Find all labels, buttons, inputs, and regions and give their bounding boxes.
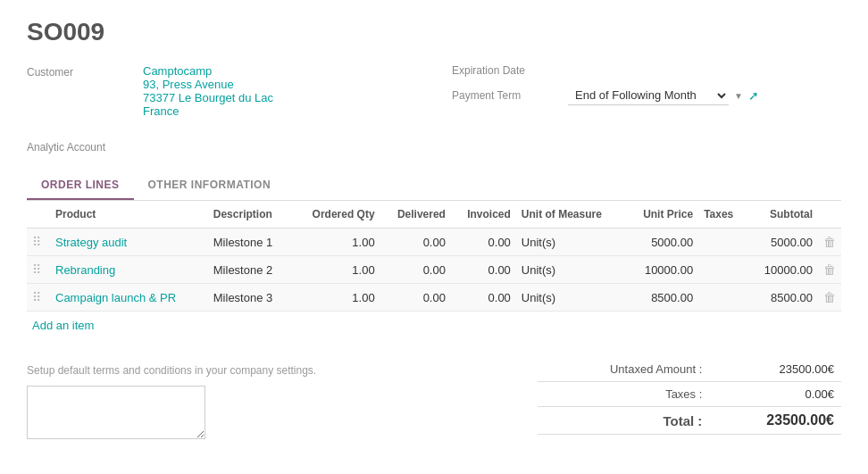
- invoiced-cell: 0.00: [451, 229, 516, 256]
- uom-cell: Unit(s): [516, 284, 626, 312]
- drag-handle-cell: ⠿: [27, 229, 50, 256]
- col-invoiced: Invoiced: [451, 201, 516, 229]
- description-cell: Milestone 1: [208, 229, 292, 256]
- table-row: ⠿ Rebranding Milestone 2 1.00 0.00 0.00 …: [27, 256, 841, 284]
- taxes-value: 0.00€: [709, 382, 841, 407]
- description-cell: Milestone 3: [208, 284, 292, 312]
- delete-row-icon[interactable]: 🗑: [823, 235, 836, 249]
- bottom-section: Setup default terms and conditions in yo…: [27, 357, 841, 442]
- form-section: Customer Camptocamp 93, Press Avenue 733…: [27, 64, 841, 123]
- taxes-cell: [698, 256, 747, 284]
- ordered-qty-cell: 1.00: [292, 256, 380, 284]
- col-drag: [27, 201, 50, 229]
- payment-term-row: Payment Term End of Following Month ▼ ➚: [452, 86, 841, 105]
- add-item-link[interactable]: Add an item: [27, 312, 99, 339]
- col-delivered: Delivered: [380, 201, 451, 229]
- delete-cell: 🗑: [818, 229, 841, 256]
- drag-handle-icon[interactable]: ⠿: [32, 290, 41, 304]
- product-cell: Campaign launch & PR: [50, 284, 208, 312]
- total-value: 23500.00€: [709, 407, 841, 435]
- delete-cell: 🗑: [818, 284, 841, 312]
- payment-term-external-link-icon[interactable]: ➚: [748, 88, 759, 103]
- drag-handle-cell: ⠿: [27, 256, 50, 284]
- invoiced-cell: 0.00: [451, 256, 516, 284]
- total-row: Total : 23500.00€: [538, 407, 841, 435]
- delete-row-icon[interactable]: 🗑: [823, 262, 836, 277]
- uom-cell: Unit(s): [516, 229, 626, 256]
- product-link[interactable]: Campaign launch & PR: [55, 291, 176, 304]
- product-link[interactable]: Rebranding: [55, 263, 115, 277]
- customer-address2[interactable]: 73377 Le Bourget du Lac: [143, 91, 273, 104]
- terms-placeholder-text: Setup default terms and conditions in yo…: [27, 364, 538, 377]
- drag-handle-icon[interactable]: ⠿: [32, 235, 41, 249]
- subtotal-cell: 5000.00: [747, 229, 818, 256]
- col-ordered-qty: Ordered Qty: [292, 201, 380, 229]
- subtotal-cell: 10000.00: [747, 256, 818, 284]
- terms-textarea[interactable]: [27, 386, 205, 439]
- order-lines-table: Product Description Ordered Qty Delivere…: [27, 201, 841, 312]
- delete-row-icon[interactable]: 🗑: [823, 290, 836, 304]
- uom-cell: Unit(s): [516, 256, 626, 284]
- table-row: ⠿ Campaign launch & PR Milestone 3 1.00 …: [27, 284, 841, 312]
- delivered-cell: 0.00: [380, 229, 451, 256]
- product-cell: Strategy audit: [50, 229, 208, 256]
- col-product: Product: [50, 201, 208, 229]
- col-unit-price: Unit Price: [625, 201, 698, 229]
- table-row: ⠿ Strategy audit Milestone 1 1.00 0.00 0…: [27, 229, 841, 256]
- ordered-qty-cell: 1.00: [292, 229, 380, 256]
- tab-other-information[interactable]: OTHER INFORMATION: [134, 171, 286, 200]
- invoiced-cell: 0.00: [451, 284, 516, 312]
- taxes-cell: [698, 229, 747, 256]
- table-header-row: Product Description Ordered Qty Delivere…: [27, 201, 841, 229]
- total-label: Total :: [538, 407, 709, 435]
- customer-field-row: Customer Camptocamp 93, Press Avenue 733…: [27, 64, 416, 118]
- col-uom: Unit of Measure: [516, 201, 626, 229]
- customer-address3[interactable]: France: [143, 104, 273, 118]
- description-cell: Milestone 2: [208, 256, 292, 284]
- col-taxes: Taxes: [698, 201, 747, 229]
- drag-handle-cell: ⠿: [27, 284, 50, 312]
- product-cell: Rebranding: [50, 256, 208, 284]
- unit-price-cell: 8500.00: [625, 284, 698, 312]
- totals-section: Untaxed Amount : 23500.00€ Taxes : 0.00€…: [538, 357, 841, 442]
- tab-order-lines[interactable]: ORDER LINES: [27, 171, 134, 200]
- delete-cell: 🗑: [818, 256, 841, 284]
- payment-term-label: Payment Term: [452, 89, 568, 102]
- customer-label: Customer: [27, 64, 143, 79]
- totals-table: Untaxed Amount : 23500.00€ Taxes : 0.00€…: [538, 357, 841, 435]
- col-description: Description: [208, 201, 292, 229]
- analytic-account-label: Analytic Account: [27, 141, 841, 154]
- unit-price-cell: 5000.00: [625, 229, 698, 256]
- product-link[interactable]: Strategy audit: [55, 236, 127, 249]
- expiration-date-label: Expiration Date: [452, 64, 568, 77]
- col-subtotal: Subtotal: [747, 201, 818, 229]
- customer-value: Camptocamp 93, Press Avenue 73377 Le Bou…: [143, 64, 273, 118]
- delivered-cell: 0.00: [380, 284, 451, 312]
- taxes-cell: [698, 284, 747, 312]
- bottom-left: Setup default terms and conditions in yo…: [27, 357, 538, 442]
- payment-term-select[interactable]: End of Following Month: [568, 86, 729, 105]
- delivered-cell: 0.00: [380, 256, 451, 284]
- ordered-qty-cell: 1.00: [292, 284, 380, 312]
- tabs-section: ORDER LINES OTHER INFORMATION: [27, 171, 841, 201]
- untaxed-label: Untaxed Amount :: [538, 357, 709, 382]
- taxes-row: Taxes : 0.00€: [538, 382, 841, 407]
- drag-handle-icon[interactable]: ⠿: [32, 262, 41, 277]
- payment-term-dropdown-icon: ▼: [734, 91, 743, 101]
- unit-price-cell: 10000.00: [625, 256, 698, 284]
- page-title: SO009: [27, 18, 841, 46]
- taxes-label: Taxes :: [538, 382, 709, 407]
- payment-term-field: End of Following Month ▼ ➚: [568, 86, 759, 105]
- right-form-section: Expiration Date Payment Term End of Foll…: [452, 64, 841, 123]
- customer-name[interactable]: Camptocamp: [143, 64, 273, 78]
- subtotal-cell: 8500.00: [747, 284, 818, 312]
- untaxed-value: 23500.00€: [709, 357, 841, 382]
- expiration-date-row: Expiration Date: [452, 64, 841, 77]
- customer-address1[interactable]: 93, Press Avenue: [143, 78, 273, 91]
- col-delete: [818, 201, 841, 229]
- untaxed-row: Untaxed Amount : 23500.00€: [538, 357, 841, 382]
- customer-section: Customer Camptocamp 93, Press Avenue 733…: [27, 64, 416, 123]
